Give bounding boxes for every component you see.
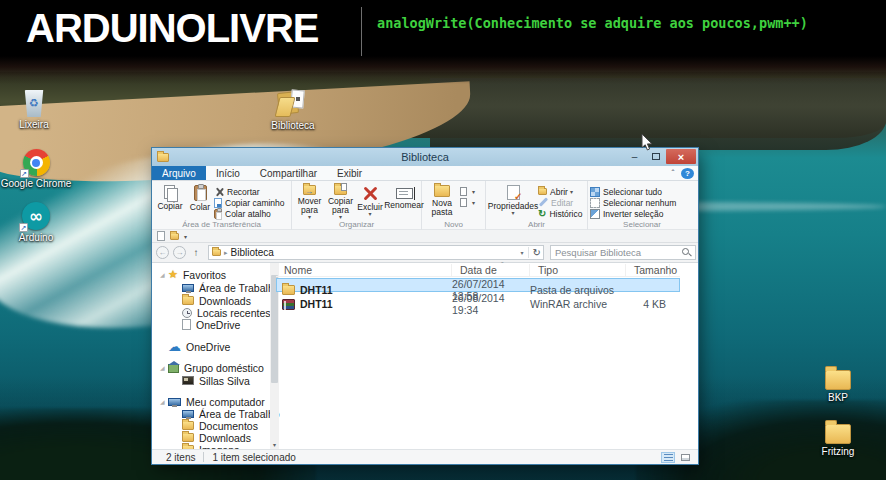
desktop-icon-biblioteca[interactable]: Biblioteca [260, 88, 326, 131]
copy-to-button[interactable]: Copiar para ▾ [325, 183, 356, 221]
button-label: Selecionar tudo [603, 187, 662, 197]
file-type: WinRAR archive [530, 298, 626, 310]
mouse-cursor [641, 133, 654, 156]
titlebar[interactable]: Biblioteca – × [152, 148, 698, 166]
sidebar-item-onedrive-favorite[interactable]: OneDrive [152, 318, 240, 331]
details-view-button[interactable] [661, 452, 675, 463]
tab-exibir[interactable]: Exibir [327, 166, 372, 180]
paste-shortcut-icon [214, 209, 222, 219]
column-header-data[interactable]: Data de modificaç... [452, 264, 530, 276]
desktop-icon-google-chrome[interactable]: ↗ Google Chrome [4, 149, 68, 189]
invert-selection-button[interactable]: Inverter seleção [590, 208, 676, 219]
desktop-icon-label: Lixeira [19, 119, 48, 130]
sidebar-item-grupo-domestico[interactable]: ◢Grupo doméstico [152, 361, 264, 374]
folder-quick-icon[interactable] [170, 233, 179, 240]
tab-compartilhar[interactable]: Compartilhar [250, 166, 327, 180]
desktop-icon-bkp[interactable]: BKP [812, 370, 864, 403]
delete-button[interactable]: Excluir ▾ [356, 183, 384, 221]
wallpaper-rocks [430, 78, 886, 150]
onedrive-doc-icon [182, 319, 191, 330]
dropdown-arrow-icon: ▾ [570, 188, 573, 195]
rename-button[interactable]: Renomear [384, 183, 424, 221]
properties-button[interactable]: ✓ Propriedades ▾ [488, 183, 538, 221]
desktop-icon-recycle-bin[interactable]: ♻ Lixeira [8, 90, 60, 130]
details-view-icon [664, 454, 673, 461]
paste-button[interactable]: Colar [186, 183, 214, 221]
forward-button[interactable]: → [173, 246, 186, 259]
move-to-button[interactable]: → Mover para ▾ [294, 183, 325, 221]
column-header-tipo[interactable]: Tipo [530, 264, 626, 276]
up-button[interactable]: ↑ [189, 247, 203, 258]
button-label: Editar [551, 198, 573, 208]
back-button[interactable]: ← [156, 246, 169, 259]
expander-icon[interactable]: ◢ [160, 365, 165, 371]
screen: ARDUINOLIVRE analogWrite(Conhecimento se… [0, 0, 886, 480]
properties-quick-icon[interactable] [157, 231, 165, 241]
banner-code-text: analogWrite(Conhecimento se adquire aos … [377, 15, 808, 31]
easy-access-button[interactable]: ▾ [460, 197, 475, 208]
select-none-icon [590, 198, 600, 208]
breadcrumb[interactable]: Biblioteca [231, 247, 274, 258]
expander-icon[interactable]: ◢ [160, 272, 165, 278]
collapse-ribbon-icon[interactable]: ˆ [665, 166, 681, 180]
sidebar-item-favoritos[interactable]: ◢★Favoritos [152, 268, 226, 281]
help-icon[interactable]: ? [681, 168, 694, 179]
expander-icon[interactable]: ◢ [160, 399, 165, 405]
file-row-dht11-folder[interactable]: DHT11 26/07/2014 13:58 Pasta de arquivos [276, 278, 680, 292]
user-photo-icon [182, 376, 194, 385]
refresh-icon[interactable]: ↻ [533, 248, 541, 258]
cut-button[interactable]: Recortar [214, 186, 285, 197]
arrow-icon: → [305, 188, 313, 196]
ribbon-group-new: Nova pasta ▾ ▾ Novo [422, 181, 486, 230]
explorer-window: Biblioteca – × Arquivo Início Compartilh… [152, 148, 698, 464]
check-icon: ✓ [514, 192, 522, 202]
homegroup-icon [168, 364, 179, 373]
file-row-dht11-archive[interactable]: DHT11 26/08/2014 19:34 WinRAR archive 4 … [276, 292, 680, 306]
address-box[interactable]: ▸ Biblioteca ▾ ↻ [208, 245, 544, 260]
button-label: Copiar para [325, 197, 356, 215]
search-input[interactable] [551, 247, 671, 258]
group-label: Novo [422, 220, 485, 230]
item-count: 2 itens [166, 452, 195, 463]
sidebar-item-area-de-trabalho[interactable]: Área de Trabalho [152, 281, 280, 294]
invert-selection-icon [590, 209, 600, 219]
new-folder-button[interactable]: Nova pasta [424, 183, 460, 221]
select-all-button[interactable]: Selecionar tudo [590, 186, 676, 197]
downloads-folder-icon [182, 296, 194, 305]
copy-button[interactable]: Copiar [154, 183, 186, 221]
edit-icon [538, 198, 548, 208]
column-header-nome[interactable]: Nome [276, 264, 452, 276]
sidebar-item-sillas-silva[interactable]: Sillas Silva [152, 374, 250, 387]
copy-icon [164, 185, 177, 200]
open-button[interactable]: Abrir▾ [538, 186, 582, 197]
column-header-tamanho[interactable]: Tamanho [626, 264, 670, 276]
sidebar-item-onedrive[interactable]: ☁OneDrive [152, 340, 230, 353]
sidebar-item-label: OneDrive [186, 341, 230, 353]
chrome-icon: ↗ [23, 149, 50, 176]
banner: ARDUINOLIVRE analogWrite(Conhecimento se… [0, 0, 886, 64]
close-button[interactable]: × [666, 149, 696, 164]
new-item-button[interactable]: ▾ [460, 186, 475, 197]
delete-x-icon [363, 186, 378, 201]
address-dropdown-icon[interactable]: ▾ [521, 249, 524, 256]
group-label: Selecionar [588, 220, 696, 230]
desktop-icon-arduino[interactable]: ∞↗ Arduino [8, 202, 64, 243]
paste-shortcut-button[interactable]: Colar atalho [214, 208, 285, 219]
sidebar-item-label: OneDrive [196, 319, 240, 331]
button-label: Renomear [384, 201, 424, 210]
thumbnails-view-button[interactable] [678, 452, 692, 463]
desktop-icon-fritzing[interactable]: Fritzing [810, 424, 866, 457]
breadcrumb-separator-icon: ▸ [224, 249, 228, 257]
tab-inicio[interactable]: Início [206, 166, 250, 180]
infinity-icon: ∞ [29, 208, 43, 225]
tab-arquivo[interactable]: Arquivo [152, 166, 206, 180]
copy-path-button[interactable]: Copiar caminho [214, 197, 285, 208]
file-size: 4 KB [626, 298, 670, 310]
thumbnails-view-icon [681, 454, 690, 461]
history-button[interactable]: ↻Histórico [538, 208, 582, 219]
select-none-button[interactable]: Selecionar nenhum [590, 197, 676, 208]
dropdown-arrow-icon: ▾ [368, 212, 371, 217]
customize-toolbar-icon[interactable]: ▾ [184, 233, 187, 240]
edit-button[interactable]: Editar [538, 197, 582, 208]
search-icon[interactable] [682, 248, 691, 257]
